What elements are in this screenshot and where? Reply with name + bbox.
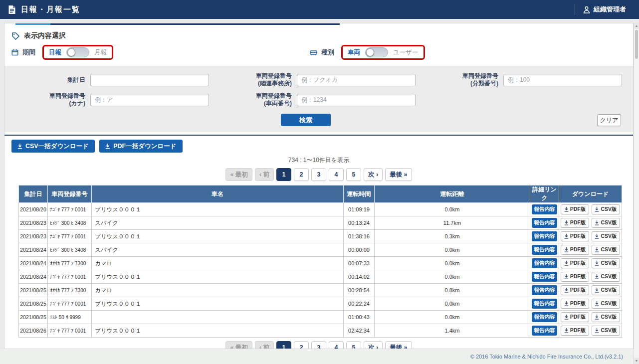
category-highlight-box: 車両 ユーザー (341, 45, 425, 60)
table-header-row: 集計日 車両登録番号 車名 運転時間 運転距離 詳細リンク ダウンロード (19, 185, 622, 203)
user-menu[interactable]: 組織管理者 (575, 4, 626, 15)
report-detail-button[interactable]: 報告内容 (532, 231, 557, 241)
page-number-button-3[interactable]: 3 (311, 341, 326, 349)
csv-download-button[interactable]: CSV版 (592, 272, 620, 282)
cell-drive-time: 00:22:24 (344, 297, 375, 311)
field-reg-vehicle-number: 車両登録番号(車両番号) (222, 92, 416, 107)
period-option-daily[interactable]: 日報 (49, 48, 61, 57)
cell-car-name: プリウス０００１ (92, 297, 344, 311)
period-label: 期間 (22, 48, 35, 57)
reg-office-input[interactable] (297, 74, 416, 86)
pdf-download-button[interactable]: PDF版 (561, 218, 589, 228)
download-icon (595, 315, 599, 320)
csv-download-button[interactable]: CSV版 (592, 258, 620, 268)
reg-number-label: 車両登録番号 (256, 92, 292, 99)
field-reg-office: 車両登録番号(陸運事務所) (222, 72, 416, 87)
result-count-top: 734 : 1〜10件目を表示 (4, 156, 633, 165)
page-number-button-1[interactable]: 1 (276, 341, 291, 349)
cell-date: 2021/08/26 (19, 324, 48, 338)
scrollbar-up-arrow[interactable]: ▲ (634, 23, 639, 29)
csv-download-button[interactable]: CSV版 (592, 299, 620, 309)
csv-download-button[interactable]: CSV版 (592, 231, 620, 241)
cell-drive-time: 00:28:54 (344, 284, 375, 297)
category-option-vehicle[interactable]: 車両 (348, 48, 360, 57)
report-detail-button[interactable]: 報告内容 (532, 204, 557, 214)
csv-download-button[interactable]: CSV版 (592, 312, 620, 322)
pdf-download-button[interactable]: PDF版 (561, 312, 589, 322)
reg-kana-input[interactable] (90, 94, 209, 106)
cell-drive-time: 01:09:19 (344, 203, 375, 216)
aggregate-date-input[interactable] (90, 74, 209, 86)
clear-button[interactable]: クリア (597, 114, 621, 126)
report-detail-button[interactable]: 報告内容 (532, 218, 557, 228)
field-aggregate-date: 集計日 (15, 72, 209, 87)
page-number-button-5[interactable]: 5 (346, 341, 361, 349)
report-detail-button[interactable]: 報告内容 (532, 258, 557, 268)
scrollbar-thumb[interactable] (635, 30, 638, 59)
pdf-download-button[interactable]: PDF版 (561, 204, 589, 214)
page-title: 日報・月報一覧 (21, 5, 80, 14)
report-detail-button[interactable]: 報告内容 (532, 285, 557, 295)
category-option-user[interactable]: ユーザー (393, 48, 419, 57)
pdf-download-button[interactable]: PDF版 (561, 326, 589, 336)
page-number-button-5[interactable]: 5 (346, 168, 361, 181)
cell-drive-time: 00:14:02 (344, 270, 375, 284)
download-icon (17, 144, 22, 149)
cell-car-name: プリウス０００１ (92, 203, 344, 216)
pdf-download-button[interactable]: PDF版 (561, 299, 589, 309)
csv-download-button[interactable]: CSV版 (592, 326, 620, 336)
pdf-download-button[interactable]: PDF版 (561, 258, 589, 268)
cell-date: 2021/08/25 (19, 297, 48, 311)
download-icon (595, 207, 599, 212)
calendar-icon (11, 49, 18, 56)
download-icon (595, 234, 599, 239)
cell-date: 2021/08/23 (19, 216, 48, 230)
page-number-button-2[interactable]: 2 (294, 168, 309, 181)
pdf-download-button[interactable]: PDF版 (561, 245, 589, 255)
report-detail-button[interactable]: 報告内容 (532, 245, 557, 255)
page-next-button[interactable]: 次 › (364, 168, 383, 181)
cell-drive-time: 00:07:33 (344, 257, 375, 270)
csv-bulk-download-button[interactable]: CSV一括ダウンロード (11, 140, 95, 153)
category-toggle-switch[interactable] (365, 47, 388, 57)
vertical-scrollbar[interactable]: ▲ ▼ (634, 23, 639, 364)
report-detail-button[interactable]: 報告内容 (532, 299, 557, 309)
period-toggle-switch[interactable] (66, 47, 89, 57)
pdf-bulk-download-button[interactable]: PDF一括ダウンロード (99, 140, 182, 153)
pdf-download-button[interactable]: PDF版 (561, 272, 589, 282)
page-next-button[interactable]: 次 › (364, 341, 383, 349)
reg-office-label: 車両登録番号 (256, 72, 292, 79)
download-icon (564, 247, 569, 252)
pdf-download-button[interactable]: PDF版 (561, 285, 589, 295)
csv-download-button[interactable]: CSV版 (592, 245, 620, 255)
page-last-button[interactable]: 最後 » (385, 341, 412, 349)
cell-drive-time: 01:00:43 (344, 311, 375, 324)
pdf-download-button[interactable]: PDF版 (561, 231, 589, 241)
period-option-monthly[interactable]: 月報 (94, 48, 107, 57)
download-icon (595, 301, 599, 306)
csv-download-button[interactable]: CSV版 (592, 204, 620, 214)
download-icon (564, 220, 569, 225)
table-row: 2021/08/23ﾅｺﾞﾔ 777 ｱ 0001プリウス０００１01:38:1… (19, 230, 622, 243)
report-detail-button[interactable]: 報告内容 (532, 272, 557, 282)
cell-car-name: プリウス０００１ (92, 324, 344, 338)
download-icon (564, 261, 569, 266)
csv-download-button[interactable]: CSV版 (592, 218, 620, 228)
page-number-button-2[interactable]: 2 (294, 341, 309, 349)
page-number-button-4[interactable]: 4 (329, 341, 344, 349)
page-number-button-3[interactable]: 3 (311, 168, 326, 181)
scrollbar-down-arrow[interactable]: ▼ (634, 358, 639, 364)
cell-drive-time: 02:42:34 (344, 324, 375, 338)
report-detail-button[interactable]: 報告内容 (532, 312, 557, 322)
page-number-button-1[interactable]: 1 (276, 168, 291, 181)
page-number-button-4[interactable]: 4 (329, 168, 344, 181)
search-button[interactable]: 検索 (281, 114, 331, 126)
csv-download-button[interactable]: CSV版 (592, 285, 620, 295)
reg-number-input[interactable] (297, 94, 416, 106)
reg-class-input[interactable] (503, 74, 622, 86)
cell-car-name: プリウス０００１ (92, 230, 344, 243)
report-detail-button[interactable]: 報告内容 (532, 326, 557, 336)
table-row: 2021/08/20ﾅｺﾞﾔ 777 ｱ 0001プリウス０００１01:09:1… (19, 203, 622, 216)
page-last-button[interactable]: 最後 » (385, 168, 412, 181)
cell-car-name: プリウス０００１ (92, 270, 344, 284)
